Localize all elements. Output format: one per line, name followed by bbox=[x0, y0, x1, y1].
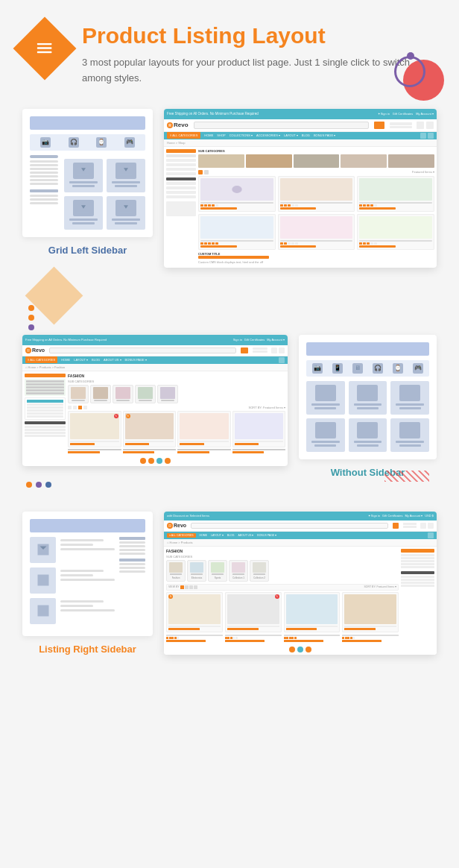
wf-ns-product-img-6 bbox=[399, 422, 420, 438]
revo-fashion-title: FASHION bbox=[68, 374, 285, 378]
revo-sort-label: Featured Items ▾ bbox=[412, 170, 434, 174]
dot-orange-2 bbox=[28, 315, 34, 321]
revo-breadcrumb: Home > Shop bbox=[164, 139, 437, 147]
revo-all-cat-dropdown bbox=[25, 397, 66, 420]
wf-product-1 bbox=[64, 159, 103, 192]
page-title: Product Listing Layout bbox=[82, 22, 437, 49]
wf-list-img-2 bbox=[30, 567, 56, 594]
revo-cat-5 bbox=[388, 154, 434, 168]
revo-cms-block bbox=[166, 201, 196, 216]
revo-sort-bar: Featured Items ▾ bbox=[198, 170, 434, 174]
revo-product-grid-3col bbox=[198, 176, 434, 250]
revo-custom-title: CUSTOM TITLE bbox=[198, 252, 434, 256]
wf-list-item-1 bbox=[30, 537, 115, 563]
revo-l-nav-bonus[interactable]: BONUS PAGE ▾ bbox=[125, 358, 147, 362]
monitor-icon-ns: 🖥 bbox=[352, 363, 363, 374]
revo-subcat-clothing bbox=[68, 385, 89, 403]
wf-ns-product-6 bbox=[390, 418, 429, 452]
wf-sidebar-line-10 bbox=[30, 198, 58, 201]
revo-lrs-prod-2: % bbox=[225, 592, 282, 632]
page-description: 3 most popular layouts for your product … bbox=[82, 55, 437, 87]
phone-icon-ns: 📱 bbox=[332, 363, 343, 374]
revo-lrs-prod-3 bbox=[284, 592, 341, 632]
revo-lrs-pagination bbox=[164, 644, 437, 655]
dot-orange-1 bbox=[28, 305, 34, 311]
revo-product-item-2 bbox=[278, 176, 355, 212]
revo-sub-cat-label: SUB CATEGORIES bbox=[68, 380, 285, 383]
wf-sidebar-line-1 bbox=[30, 155, 58, 158]
revo-listing-main: FASHION SUB CATEGORIES bbox=[68, 374, 285, 453]
wf-ns-product-img-2 bbox=[357, 385, 378, 401]
revo-navigation: ≡ ALL CATEGORIES HOME SHOP COLLECTIONS ▾… bbox=[164, 132, 437, 139]
game-icon-ns: 🎮 bbox=[413, 363, 423, 374]
revo-custom-desc: Custom CMS block displays text, html and… bbox=[198, 260, 434, 264]
grid-left-sidebar-label: Grid Left Sidebar bbox=[22, 245, 153, 256]
revo-brand-name: Revo bbox=[174, 122, 189, 128]
revo-l-nav-blog[interactable]: BLOG bbox=[92, 358, 100, 362]
camera-icon-ns: 📷 bbox=[312, 363, 323, 374]
revo-listing-names-row bbox=[68, 449, 285, 453]
revo-product-item-1 bbox=[198, 176, 276, 212]
revo-l-nav-layout[interactable]: LAYOUT ▾ bbox=[74, 358, 88, 362]
wf-product-grid-2x2 bbox=[64, 159, 145, 230]
revo-listing-screenshot: Free Shipping on All Orders. No Minimum … bbox=[22, 335, 288, 466]
grid-left-sidebar-screenshot: Free Shipping on All Orders. No Minimum … bbox=[164, 109, 437, 268]
revo-cat-2 bbox=[246, 154, 292, 168]
revo-listing-search-btn[interactable] bbox=[241, 347, 248, 353]
revo-nav-bonus[interactable]: BONUS PAGE ▾ bbox=[314, 133, 335, 137]
revo-lrs-sort-bar: VIEW BY SORT BY: Featured Items ▾ bbox=[166, 584, 399, 591]
wf-nosidebar-header bbox=[306, 342, 429, 356]
grid-left-sidebar-wireframe-col: 📷 🎧 ⌚ 🎮 bbox=[22, 109, 153, 256]
revo-logo-icon: R bbox=[167, 122, 173, 128]
revo-logo: R Revo bbox=[167, 122, 189, 128]
svg-point-3 bbox=[232, 186, 241, 193]
wf-sidebar-line-4 bbox=[30, 168, 58, 170]
revo-product-4-img bbox=[200, 216, 273, 239]
without-sidebar-wireframe: 📷 📱 🖥 🎧 ⌚ 🎮 bbox=[299, 335, 437, 459]
svg-rect-0 bbox=[37, 43, 52, 45]
revo-shop-by-price bbox=[166, 177, 196, 180]
revo-cart-icons bbox=[420, 133, 434, 139]
revo-lrs-sc-5: Collection 2 bbox=[250, 560, 269, 582]
revo-nav-collections[interactable]: COLLECTIONS ▾ bbox=[230, 133, 253, 137]
revo-nav-blog[interactable]: BLOG bbox=[302, 133, 310, 137]
revo-listing-all-cat-btn[interactable]: ≡ ALL CATEGORIES bbox=[25, 356, 57, 363]
revo-listing-prod-1: % bbox=[68, 411, 121, 447]
listing-right-sidebar-screenshot-col: with Discount on Selected Items ✦ Sign i… bbox=[164, 512, 437, 655]
revo-nav-layout[interactable]: LAYOUT ▾ bbox=[284, 133, 298, 137]
wf-sidebar-line-11 bbox=[30, 202, 58, 204]
wf-lrs-main bbox=[30, 537, 115, 629]
purple-circle-outline bbox=[394, 56, 425, 87]
revo-product-6-img bbox=[359, 216, 432, 239]
revo-listing-sort-bar: SORT BY: Featured Items ▾ bbox=[68, 406, 285, 409]
revo-search-button[interactable] bbox=[374, 122, 384, 129]
revo-listing-prod-3 bbox=[177, 411, 231, 447]
revo-all-cat-title bbox=[166, 149, 196, 153]
revo-product-5-img bbox=[280, 216, 353, 239]
wf-product-img-2 bbox=[115, 163, 136, 179]
revo-l-nav-home[interactable]: HOME bbox=[61, 358, 70, 362]
revo-cat-1 bbox=[198, 154, 244, 168]
revo-listing-sidebar bbox=[25, 374, 66, 453]
listing-right-sidebar-label: Listing Right Sidebar bbox=[22, 644, 153, 655]
revo-l-nav-aboutus[interactable]: ABOUT US ▾ bbox=[104, 358, 121, 362]
revo-nav-accessories[interactable]: ACCESSORIES ▾ bbox=[256, 133, 280, 137]
revo-cat-4 bbox=[341, 154, 387, 168]
revo-nav-home[interactable]: HOME bbox=[204, 133, 213, 137]
wf-product-3 bbox=[64, 196, 103, 230]
revo-all-categories-btn[interactable]: ≡ ALL CATEGORIES bbox=[167, 132, 200, 139]
revo-search-bar bbox=[194, 122, 369, 129]
svg-rect-2 bbox=[37, 51, 52, 54]
camera-icon: 📷 bbox=[40, 137, 51, 148]
revo-cat-3 bbox=[294, 154, 340, 168]
wf-list-img-1 bbox=[30, 537, 56, 563]
revo-lrs-sc-2: Electronics bbox=[187, 560, 206, 582]
game-icon: 🎮 bbox=[124, 137, 135, 148]
revo-subcat-jewelry bbox=[157, 385, 178, 403]
revo-free-shipping: Free Shipping on All Orders. No Minimum … bbox=[167, 112, 376, 116]
revo-lrs-prod-1: N bbox=[166, 592, 223, 632]
wf-list-item-2 bbox=[30, 567, 115, 594]
revo-nav-shop[interactable]: SHOP bbox=[217, 133, 225, 137]
listing-right-sidebar-wireframe bbox=[22, 512, 153, 636]
revo-listing-breadcrumb: ⌂ Home > Products > Fashion bbox=[22, 364, 288, 371]
